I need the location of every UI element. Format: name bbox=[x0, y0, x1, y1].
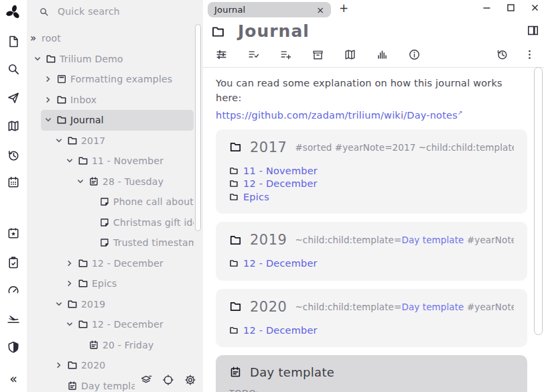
tree-item-2019[interactable]: 2019 bbox=[52, 294, 194, 315]
tab-close-icon[interactable]: × bbox=[316, 5, 324, 15]
card-title[interactable]: Day template bbox=[250, 365, 334, 379]
window-minimize-icon[interactable] bbox=[482, 3, 492, 13]
card-title[interactable]: 2020 bbox=[250, 299, 287, 315]
expander-right-icon[interactable] bbox=[56, 362, 67, 369]
expander-down-icon[interactable] bbox=[66, 321, 78, 328]
tree-item-12-december[interactable]: 12 - December bbox=[62, 253, 194, 274]
collapse-subtree-icon[interactable] bbox=[140, 374, 152, 386]
child-note-row: 11 - November bbox=[229, 164, 514, 178]
tree-item-20-friday[interactable]: 20 - Friday bbox=[73, 335, 194, 356]
expander-down-icon[interactable] bbox=[56, 301, 67, 308]
expander-right-icon[interactable] bbox=[45, 96, 56, 103]
tree-item-label: 2017 bbox=[81, 135, 105, 146]
create-split-icon[interactable] bbox=[527, 24, 539, 37]
note-title[interactable]: Journal bbox=[238, 21, 310, 41]
day-template-link[interactable]: Day template bbox=[401, 235, 464, 245]
expander-down-icon[interactable] bbox=[77, 178, 88, 185]
basic-properties-icon[interactable] bbox=[215, 48, 228, 61]
calendar-icon[interactable] bbox=[7, 176, 20, 189]
tree-item-christmas-gift-idea[interactable]: Christmas gift idea bbox=[84, 212, 194, 233]
window-close-icon[interactable] bbox=[530, 3, 540, 13]
tree-item-trusted-timestamp[interactable]: Trusted timestamp bbox=[84, 233, 194, 253]
tree-item-28-tuesday[interactable]: 28 - Tuesday bbox=[73, 172, 194, 192]
tree-item-12-december[interactable]: 12 - December bbox=[62, 314, 194, 335]
expander-down-icon[interactable] bbox=[34, 56, 46, 62]
collapse-launcher-icon[interactable]: « bbox=[9, 373, 17, 385]
folder-icon bbox=[67, 360, 81, 371]
tree-item-inbox[interactable]: Inbox bbox=[41, 90, 194, 111]
folder-icon bbox=[78, 319, 92, 330]
scroll-to-active-note-icon[interactable] bbox=[162, 374, 174, 386]
bookmark-task-list-icon[interactable] bbox=[7, 256, 20, 269]
expander-down-icon[interactable] bbox=[56, 137, 67, 144]
tree-item-label: Journal bbox=[70, 115, 104, 125]
expander-right-icon[interactable] bbox=[45, 76, 56, 82]
expander-down-icon[interactable] bbox=[45, 117, 56, 123]
new-tab-button[interactable]: + bbox=[339, 1, 348, 15]
expander-down-icon[interactable] bbox=[66, 157, 78, 164]
ribbon-toolbar bbox=[203, 42, 544, 68]
day-notes-wiki-link[interactable]: https://github.com/zadam/trilium/wiki/Da… bbox=[216, 110, 458, 121]
folder-icon bbox=[46, 54, 60, 64]
jump-to-note-icon[interactable] bbox=[7, 91, 20, 105]
note-map-ribbon-icon[interactable] bbox=[344, 48, 356, 61]
note-type-folder-icon bbox=[211, 25, 225, 39]
owned-attributes-icon[interactable] bbox=[247, 48, 260, 61]
child-note-link[interactable]: Epics bbox=[243, 192, 269, 202]
expander-right-icon[interactable] bbox=[66, 280, 78, 287]
tree-item-label: Day templa bbox=[81, 381, 137, 391]
attr-text: ~child:child:template= bbox=[295, 235, 401, 245]
day-template-card: Day template TODO: • bbox=[216, 355, 527, 392]
quick-search-input[interactable]: Quick search bbox=[39, 6, 120, 17]
tree-item-root[interactable]: »root bbox=[27, 28, 194, 49]
expander-right-icon[interactable] bbox=[66, 260, 78, 267]
search-icon[interactable] bbox=[7, 62, 20, 76]
note-info-icon[interactable] bbox=[408, 48, 421, 61]
card-attributes: ~child:child:template=Day template #year… bbox=[295, 235, 514, 245]
recent-changes-icon[interactable] bbox=[7, 149, 20, 162]
tree-scrollbar-thumb[interactable] bbox=[195, 24, 201, 231]
inherited-attributes-icon[interactable] bbox=[279, 48, 292, 61]
bookmark-calendar-star-icon[interactable] bbox=[7, 226, 20, 240]
tree-item-formatting-examples[interactable]: Formatting examples bbox=[41, 69, 194, 90]
note-actions-kebab-icon[interactable] bbox=[523, 48, 536, 61]
child-note-link[interactable]: 11 - November bbox=[243, 166, 318, 176]
bookmark-travel-icon[interactable] bbox=[7, 312, 20, 325]
window-maximize-icon[interactable] bbox=[506, 3, 516, 13]
child-note-link[interactable]: 12 - December bbox=[243, 325, 318, 336]
note-title-row: Journal bbox=[203, 21, 544, 42]
similar-notes-chart-icon[interactable] bbox=[376, 48, 389, 61]
calendar-icon bbox=[67, 381, 81, 391]
attr-text: #yearNote=2019 #sorted bbox=[464, 235, 514, 245]
card-title[interactable]: 2019 bbox=[250, 232, 287, 248]
folder-icon bbox=[229, 166, 239, 176]
child-note-link[interactable]: 12 - December bbox=[243, 258, 318, 269]
day-template-link[interactable]: Day template bbox=[401, 302, 464, 312]
ribbon-right-buttons bbox=[496, 48, 544, 61]
tree-item-journal[interactable]: Journal bbox=[41, 110, 194, 131]
tree-item-11-november[interactable]: 11 - November bbox=[62, 151, 194, 172]
trilium-logo-icon[interactable] bbox=[5, 3, 23, 21]
bookmark-dashboard-icon[interactable] bbox=[7, 283, 20, 297]
tree-item-label: 28 - Tuesday bbox=[103, 176, 163, 187]
bookmark-security-icon[interactable] bbox=[7, 340, 20, 354]
tree-item-phone-call-about-w[interactable]: Phone call about w bbox=[84, 192, 194, 212]
tree-item-trilium-demo[interactable]: Trilium Demo bbox=[30, 49, 194, 70]
note-revisions-icon[interactable] bbox=[496, 48, 508, 61]
child-note-link[interactable]: 12 - December bbox=[243, 178, 318, 189]
quick-search-placeholder: Quick search bbox=[58, 6, 120, 17]
content-scrollbar-thumb[interactable] bbox=[534, 67, 543, 335]
tab-journal[interactable]: Journal × bbox=[208, 2, 331, 17]
child-note-list: 11 - November 12 - December Epics bbox=[229, 164, 514, 204]
tree-item-label: 2020 bbox=[81, 360, 105, 371]
note-map-icon[interactable] bbox=[7, 119, 20, 133]
tree-settings-gear-icon[interactable] bbox=[184, 374, 196, 386]
expander-root-icon[interactable]: » bbox=[30, 34, 42, 44]
note-paths-archive-icon[interactable] bbox=[312, 48, 324, 61]
tree-item-epics[interactable]: Epics bbox=[62, 273, 194, 294]
new-note-icon[interactable] bbox=[7, 35, 20, 48]
tree-item-label: 2019 bbox=[81, 299, 105, 310]
external-link-icon: ↗ bbox=[458, 109, 463, 116]
tree-item-2017[interactable]: 2017 bbox=[52, 131, 194, 151]
card-title[interactable]: 2017 bbox=[250, 139, 287, 155]
